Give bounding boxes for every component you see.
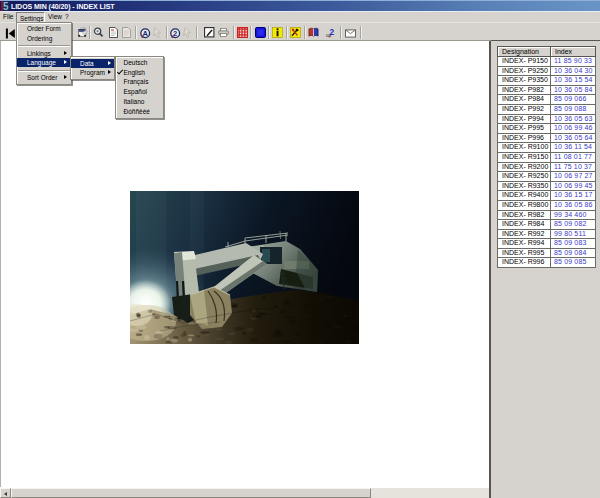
svg-text:A: A [142, 29, 148, 38]
svg-text:2: 2 [330, 28, 335, 37]
svg-text:2: 2 [173, 29, 177, 38]
